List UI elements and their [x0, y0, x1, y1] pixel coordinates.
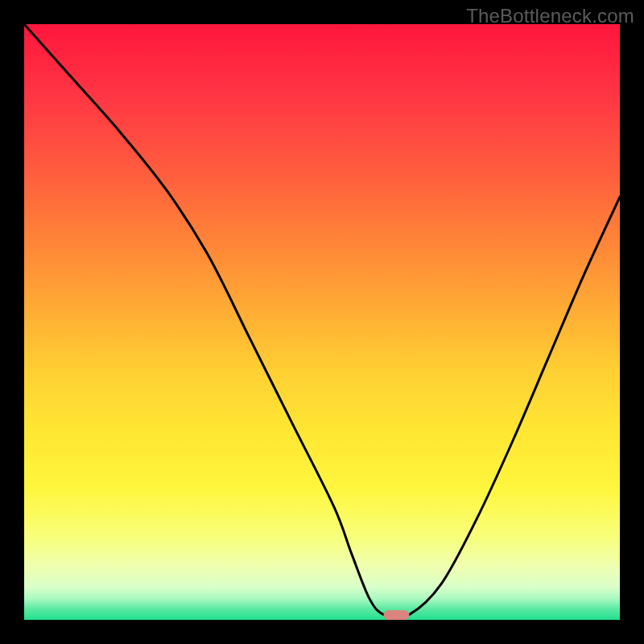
bottleneck-plot [24, 24, 620, 620]
watermark-text: TheBottleneck.com [466, 5, 634, 27]
gradient-background [24, 24, 620, 620]
optimal-marker [384, 610, 410, 620]
chart-frame: TheBottleneck.com [0, 0, 644, 644]
